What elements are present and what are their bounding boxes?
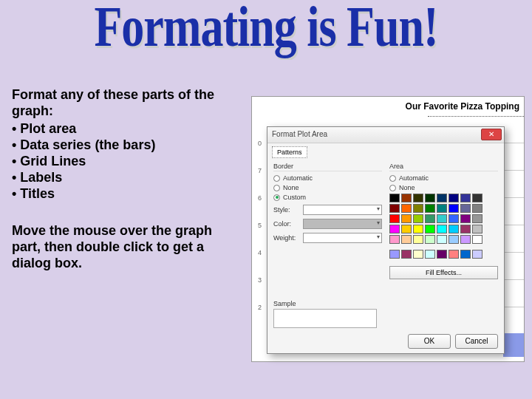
color-swatch[interactable] [413,235,423,244]
y-tick: 5 [258,222,262,249]
area-automatic-option[interactable]: Automatic [389,174,498,182]
color-swatch[interactable] [449,204,459,213]
y-tick: 2 [258,304,262,331]
color-swatch[interactable] [389,250,400,259]
bullet-item: Titles [12,186,233,202]
y-tick: 7 [258,167,262,194]
color-swatch[interactable] [413,204,423,213]
color-swatch[interactable] [413,214,423,223]
color-swatch[interactable] [413,225,423,233]
sample-label: Sample [273,300,377,307]
color-swatch[interactable] [437,214,447,223]
dialog-titlebar: Format Plot Area ✕ [267,127,504,143]
radio-icon [389,185,396,191]
color-swatch[interactable] [437,204,447,213]
y-tick: 4 [258,249,262,276]
color-swatch[interactable] [389,235,400,244]
tab-patterns[interactable]: Patterns [272,146,307,158]
color-swatch[interactable] [460,250,471,259]
style-dropdown[interactable] [303,205,382,215]
color-swatch[interactable] [401,250,412,259]
bullet-list: Plot area Data series (the bars) Grid Li… [12,121,233,202]
border-custom-option[interactable]: Custom [273,194,382,201]
color-swatch[interactable] [449,194,459,202]
instruction-text: Move the mouse over the graph part, then… [12,223,233,272]
color-swatch[interactable] [472,204,482,213]
bullet-item: Plot area [12,121,233,137]
color-swatch[interactable] [401,194,412,202]
color-swatch[interactable] [437,194,447,202]
border-none-option[interactable]: None [273,184,382,191]
color-swatch[interactable] [413,194,423,202]
area-section: Area Automatic None Fill Effects... [389,163,498,279]
color-swatch[interactable] [437,235,447,244]
color-swatch[interactable] [425,235,435,244]
color-swatch[interactable] [449,214,459,223]
color-swatch[interactable] [449,225,459,233]
sample-section: Sample [273,300,377,328]
color-swatch[interactable] [472,225,482,233]
style-label: Style: [273,206,300,214]
color-swatch[interactable] [401,214,412,223]
chart-gridlines [503,143,524,357]
color-swatch[interactable] [425,214,435,223]
dialog-title: Format Plot Area [272,130,327,138]
area-none-option[interactable]: None [389,184,498,191]
ok-button[interactable]: OK [408,334,451,349]
color-swatch[interactable] [472,235,482,244]
color-swatch[interactable] [437,250,447,259]
color-palette-secondary [389,250,498,259]
color-swatch[interactable] [425,225,435,233]
color-swatch[interactable] [401,204,412,213]
weight-label: Weight: [273,234,300,242]
chart-screenshot: Our Favorite Pizza Topping 0 7 6 5 4 3 2… [251,96,525,362]
color-swatch[interactable] [389,225,400,233]
radio-icon [273,185,280,191]
border-automatic-option[interactable]: Automatic [273,174,382,182]
color-swatch[interactable] [389,194,400,202]
color-dropdown[interactable] [303,219,382,229]
color-label: Color: [273,220,300,228]
y-tick: 3 [258,276,262,304]
close-icon: ✕ [488,130,494,138]
color-swatch[interactable] [425,204,435,213]
chart-dotted-line [428,116,524,117]
color-swatch[interactable] [472,250,482,259]
y-tick: 6 [258,194,262,222]
chart-title: Our Favorite Pizza Topping [406,101,519,112]
color-swatch[interactable] [425,250,435,259]
chart-y-axis: 0 7 6 5 4 3 2 [258,140,262,331]
color-swatch[interactable] [449,250,459,259]
color-swatch[interactable] [460,204,471,213]
color-swatch[interactable] [460,235,471,244]
color-swatch[interactable] [389,204,400,213]
color-swatch[interactable] [389,214,400,223]
color-swatch[interactable] [425,194,435,202]
close-button[interactable]: ✕ [481,129,502,140]
chart-bar [503,333,524,357]
y-tick: 0 [258,140,262,167]
dialog-buttons: OK Cancel [408,334,498,349]
border-section: Border Automatic None Custom Style: [273,163,382,279]
color-swatch[interactable] [401,235,412,244]
fill-effects-button[interactable]: Fill Effects... [389,266,498,279]
sample-preview [273,309,377,328]
color-swatch[interactable] [449,235,459,244]
color-swatch[interactable] [401,225,412,233]
color-swatch[interactable] [460,214,471,223]
color-swatch[interactable] [472,194,482,202]
color-swatch[interactable] [413,250,423,259]
color-swatch[interactable] [460,194,471,202]
color-swatch[interactable] [460,225,471,233]
radio-icon [273,175,280,182]
bullet-item: Labels [12,170,233,186]
radio-icon [389,175,396,182]
color-palette-main [389,194,498,244]
left-text-block: Format any of these parts of the graph: … [12,87,233,272]
weight-dropdown[interactable] [303,233,382,243]
radio-icon [273,194,280,201]
intro-text: Format any of these parts of the graph: [12,87,233,120]
color-swatch[interactable] [437,225,447,233]
cancel-button[interactable]: Cancel [455,334,498,349]
color-swatch[interactable] [472,214,482,223]
